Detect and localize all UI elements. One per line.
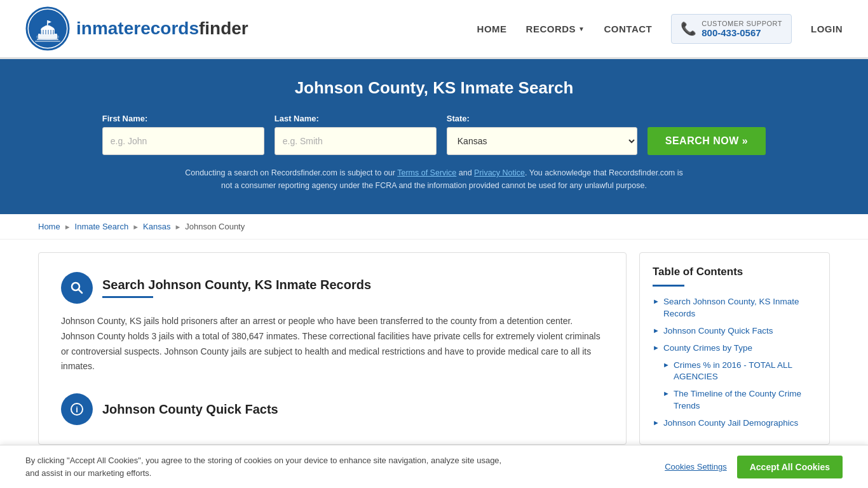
main-content: Search Johnson County, KS Inmate Records… [0,240,868,458]
toc-divider [653,285,684,287]
toc-chevron-icon: ► [653,327,660,334]
breadcrumb-current: Johnson County [185,222,245,231]
nav-login[interactable]: LOGIN [811,24,843,34]
first-name-label: First Name: [102,114,148,123]
cookie-actions: Cookies Settings Accept All Cookies [665,456,843,458]
support-info: CUSTOMER SUPPORT 800-433-0567 [702,20,782,38]
toc-chevron-icon: ► [653,419,660,426]
svg-rect-8 [40,30,41,34]
terms-link[interactable]: Terms of Service [397,168,456,177]
section1-body: Johnson County, KS jails hold prisoners … [61,314,604,374]
state-group: State: AlabamaAlaskaArizonaArkansasCalif… [447,114,637,155]
svg-rect-11 [48,30,49,34]
search-button[interactable]: SEARCH NOW » [648,127,766,155]
toc-chevron-icon: ► [653,297,660,305]
nav-records[interactable]: RECORDS ▼ [526,24,585,34]
nav-home[interactable]: HOME [477,24,507,34]
toc-link[interactable]: Johnson County Quick Facts [663,325,773,337]
state-label: State: [447,114,470,123]
hero-title: Johnson County, KS Inmate Search [25,78,843,98]
content-left: Search Johnson County, KS Inmate Records… [38,252,627,445]
search-icon-circle [61,272,93,304]
main-nav: HOME RECORDS ▼ CONTACT 📞 CUSTOMER SUPPOR… [477,14,843,44]
svg-rect-13 [53,30,54,34]
hero-disclaimer: Conducting a search on Recordsfinder.com… [180,166,688,192]
cookie-text: By clicking "Accept All Cookies", you ag… [25,454,508,458]
toc-link[interactable]: County Crimes by Type [663,342,752,355]
first-name-group: First Name: [102,114,264,155]
svg-rect-3 [38,34,57,39]
last-name-label: Last Name: [275,114,319,123]
toc-item: ►Search Johnson County, KS Inmate Record… [653,296,817,320]
breadcrumb-sep-1: ► [64,223,71,231]
toc-list: ►Search Johnson County, KS Inmate Record… [653,296,817,430]
toc-title: Table of Contents [653,266,817,278]
breadcrumb-sep-2: ► [132,223,139,231]
toc-link[interactable]: The Timeline of the County Crime Trends [674,388,817,412]
toc-item: ►The Timeline of the County Crime Trends [663,388,817,412]
toc-item: ►Johnson County Jail Demographics [653,417,817,430]
svg-rect-15 [35,41,60,42]
breadcrumb-inmate-search[interactable]: Inmate Search [75,222,129,231]
breadcrumb-kansas[interactable]: Kansas [143,222,170,231]
svg-line-17 [79,290,83,294]
breadcrumb-sep-3: ► [174,223,181,231]
toc-link[interactable]: Search Johnson County, KS Inmate Records [663,296,817,320]
logo-icon [25,6,70,51]
toc-box: Table of Contents ►Search Johnson County… [639,252,830,445]
last-name-group: Last Name: [275,114,437,155]
records-chevron-icon: ▼ [578,25,585,32]
cookie-banner: By clicking "Accept All Cookies", you ag… [0,445,868,458]
svg-rect-10 [45,30,46,34]
first-name-input[interactable] [102,127,264,155]
last-name-input[interactable] [275,127,437,155]
toc-item: ►Crimes % in 2016 - TOTAL ALL AGENCIES [663,360,817,384]
hero-section: Johnson County, KS Inmate Search First N… [0,59,868,214]
toc-chevron-icon: ► [663,361,670,369]
nav-contact[interactable]: CONTACT [604,24,653,34]
toc-item: ►Johnson County Quick Facts [653,325,817,337]
phone-icon: 📞 [681,21,696,36]
svg-rect-9 [43,30,44,34]
section1-header: Search Johnson County, KS Inmate Records [61,272,604,304]
customer-support-box: 📞 CUSTOMER SUPPORT 800-433-0567 [671,14,792,44]
section2-preview: i Johnson County Quick Facts [61,393,604,425]
svg-rect-12 [50,30,51,34]
toc-chevron-icon: ► [663,390,670,397]
svg-rect-14 [37,39,58,40]
toc-link[interactable]: Crimes % in 2016 - TOTAL ALL AGENCIES [674,360,817,384]
info-icon-circle: i [61,393,93,425]
svg-rect-6 [47,20,48,25]
sidebar: Table of Contents ►Search Johnson County… [639,252,830,445]
state-select[interactable]: AlabamaAlaskaArizonaArkansasCaliforniaCo… [447,127,637,155]
section1-title: Search Johnson County, KS Inmate Records [102,278,371,292]
cookie-accept-button[interactable]: Accept All Cookies [737,456,843,458]
logo-area: inmaterecordsfinder [25,6,248,51]
logo-text: inmaterecordsfinder [76,18,248,39]
search-form: First Name: Last Name: State: AlabamaAla… [25,114,843,155]
site-header: inmaterecordsfinder HOME RECORDS ▼ CONTA… [0,0,868,59]
svg-text:i: i [76,405,78,414]
section2-title: Johnson County Quick Facts [102,402,278,417]
breadcrumb: Home ► Inmate Search ► Kansas ► Johnson … [0,214,868,240]
toc-chevron-icon: ► [653,344,660,351]
breadcrumb-home[interactable]: Home [38,222,60,231]
toc-link[interactable]: Johnson County Jail Demographics [663,417,798,430]
section1-underline [102,296,153,298]
toc-item: ►County Crimes by Type [653,342,817,355]
privacy-link[interactable]: Privacy Notice [474,168,525,177]
